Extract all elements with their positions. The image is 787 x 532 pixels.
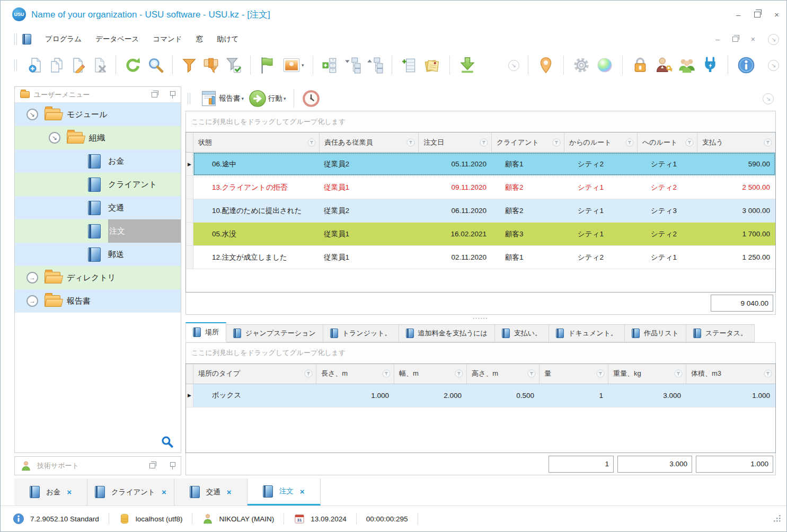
doc-tab-money[interactable]: お金× xyxy=(14,478,87,506)
copy-record-icon[interactable] xyxy=(49,57,65,73)
minimize-button[interactable]: – xyxy=(736,11,740,19)
filter-funnel-icon[interactable] xyxy=(382,369,391,378)
column-header-height[interactable]: 高さ、m xyxy=(467,364,540,384)
column-header-client[interactable]: クライアント xyxy=(492,132,564,152)
actions-overflow-chevron-icon[interactable]: ↘ xyxy=(763,93,774,104)
filter-apply-icon[interactable] xyxy=(225,57,242,74)
flag-icon[interactable] xyxy=(259,56,277,74)
order-row[interactable]: 13.クライアントの拒否 従業員1 09.11.2020 顧客2 シティ1 シテ… xyxy=(186,176,775,199)
filter-funnel-icon[interactable] xyxy=(625,138,634,147)
place-row[interactable]: ▶ ボックス 1.000 2.000 0.500 1 3.000 1.000 xyxy=(186,384,775,407)
filter-selection-icon[interactable] xyxy=(202,57,219,74)
close-tab-icon[interactable]: × xyxy=(67,487,72,496)
image-dropdown-arrow[interactable]: ▾ xyxy=(302,63,304,68)
image-button[interactable]: ▾ xyxy=(282,56,304,74)
collapse-tree-icon[interactable] xyxy=(344,57,361,74)
tab-statuses[interactable]: ステータス。 xyxy=(686,324,755,342)
tree-item-organization[interactable]: ↘ 組織 xyxy=(15,126,181,149)
filter-funnel-icon[interactable] xyxy=(455,369,463,378)
doc-tab-orders[interactable]: 注文× xyxy=(247,478,321,506)
filter-icon[interactable] xyxy=(181,57,197,73)
notes-icon[interactable] xyxy=(423,56,441,74)
column-header-order-date[interactable]: 注文日 xyxy=(419,132,492,152)
expand-tree-icon[interactable] xyxy=(366,57,383,74)
filter-funnel-icon[interactable] xyxy=(685,138,694,147)
orders-group-by-bar[interactable]: ここに列見出しをドラッグしてグループ化します xyxy=(185,111,776,132)
order-row[interactable]: 10.配達のために提出された 従業員2 06.11.2020 顧客2 シティ1 … xyxy=(186,199,775,223)
add-record-icon[interactable] xyxy=(28,57,43,73)
toolbar-right-overflow-chevron-icon[interactable]: ↘ xyxy=(768,60,779,71)
settings-gear-icon[interactable] xyxy=(572,56,590,74)
tab-places[interactable]: 場所 xyxy=(185,322,226,342)
menu-program[interactable]: プログラム xyxy=(45,34,82,44)
tree-item-reports[interactable]: → 報告書 xyxy=(15,289,181,313)
column-header-employee[interactable]: 責任ある従業員 xyxy=(320,132,419,152)
tree-item-directories[interactable]: → ディレクトリ xyxy=(15,266,181,289)
resize-grip-icon[interactable] xyxy=(773,514,781,522)
toolbar-grip[interactable] xyxy=(14,33,17,45)
action-button[interactable]: 行動 ▾ xyxy=(248,89,286,108)
menu-window[interactable]: 窓 xyxy=(196,34,204,44)
reports-button[interactable]: 報告書 ▾ xyxy=(200,90,244,108)
filter-funnel-icon[interactable] xyxy=(552,138,561,147)
doc-tab-transport[interactable]: 交通× xyxy=(174,478,247,506)
edit-record-icon[interactable] xyxy=(70,57,86,73)
column-header-length[interactable]: 長さ、m xyxy=(316,364,394,384)
filter-funnel-icon[interactable] xyxy=(596,369,605,378)
column-header-volume[interactable]: 体積、m3 xyxy=(686,364,775,384)
mdi-minimize-button[interactable]: – xyxy=(715,35,720,43)
maximize-button[interactable] xyxy=(754,12,761,17)
add-list-item-icon[interactable] xyxy=(322,57,339,74)
filter-funnel-icon[interactable] xyxy=(304,369,313,378)
user-permissions-icon[interactable] xyxy=(655,56,673,74)
sidebar-float-button[interactable] xyxy=(152,92,157,97)
column-header-weight[interactable]: 重量、kg xyxy=(608,364,686,384)
mdi-restore-button[interactable] xyxy=(732,37,738,42)
expand-toggle-icon[interactable]: → xyxy=(26,272,38,283)
toolbar-grip[interactable] xyxy=(188,93,190,104)
horizontal-splitter[interactable]: ▪▪▪▪▪▪ xyxy=(185,315,776,322)
filter-funnel-icon[interactable] xyxy=(406,138,415,147)
tree-search-icon[interactable] xyxy=(161,436,173,448)
filter-funnel-icon[interactable] xyxy=(764,369,772,378)
tab-transit[interactable]: トランジット。 xyxy=(323,324,399,342)
lock-icon[interactable] xyxy=(631,56,649,74)
mdi-overflow-chevron-icon[interactable]: ↘ xyxy=(768,34,779,45)
column-header-place-type[interactable]: 場所のタイプ xyxy=(193,364,316,384)
toolbar-grip[interactable] xyxy=(14,59,17,71)
filter-funnel-icon[interactable] xyxy=(307,138,316,147)
column-header-payment[interactable]: 支払う xyxy=(697,132,775,152)
timer-clock-icon[interactable] xyxy=(302,89,321,108)
sidebar-pin-button[interactable] xyxy=(169,91,175,99)
collapse-toggle-icon[interactable]: ↘ xyxy=(49,132,60,144)
filter-funnel-icon[interactable] xyxy=(527,369,536,378)
column-header-status[interactable]: 状態 xyxy=(193,132,320,152)
filter-funnel-icon[interactable] xyxy=(764,138,772,147)
search-icon[interactable] xyxy=(147,57,164,74)
menu-database[interactable]: データベース xyxy=(95,34,139,44)
plugin-plug-icon[interactable] xyxy=(701,56,719,74)
column-header-quantity[interactable]: 量 xyxy=(540,364,608,384)
doc-tab-clients[interactable]: クライアント× xyxy=(87,478,174,506)
refresh-icon[interactable] xyxy=(125,57,142,74)
places-group-by-bar[interactable]: ここに列見出しをドラッグしてグループ化します xyxy=(185,342,776,363)
appearance-sphere-icon[interactable] xyxy=(596,56,614,74)
menu-command[interactable]: コマンド xyxy=(153,34,182,44)
import-icon[interactable] xyxy=(458,56,476,74)
tree-item-mail[interactable]: 郵送 xyxy=(15,243,181,266)
tree-item-clients[interactable]: クライアント xyxy=(15,173,181,196)
tree-item-orders[interactable]: 注文 xyxy=(15,219,181,243)
tab-jump-stations[interactable]: ジャンプステーション xyxy=(226,324,323,342)
expand-toggle-icon[interactable]: → xyxy=(26,295,38,307)
close-tab-icon[interactable]: × xyxy=(162,487,166,496)
order-row[interactable]: 12.注文が成立しました 従業員1 02.11.2020 顧客1 シティ2 シテ… xyxy=(186,246,775,269)
column-header-route-from[interactable]: からのルート xyxy=(564,132,638,152)
filter-funnel-icon[interactable] xyxy=(674,369,683,378)
toolbar-overflow-chevron-icon[interactable]: ↘ xyxy=(508,60,519,71)
info-icon[interactable] xyxy=(737,56,756,75)
column-header-route-to[interactable]: へのルート xyxy=(638,132,697,152)
add-table-icon[interactable] xyxy=(401,57,418,74)
column-header-width[interactable]: 幅、m xyxy=(394,364,467,384)
delete-record-icon[interactable] xyxy=(91,57,107,73)
order-row[interactable]: ▶ 06.途中 従業員2 05.11.2020 顧客1 シティ2 シティ1 59… xyxy=(186,153,775,176)
